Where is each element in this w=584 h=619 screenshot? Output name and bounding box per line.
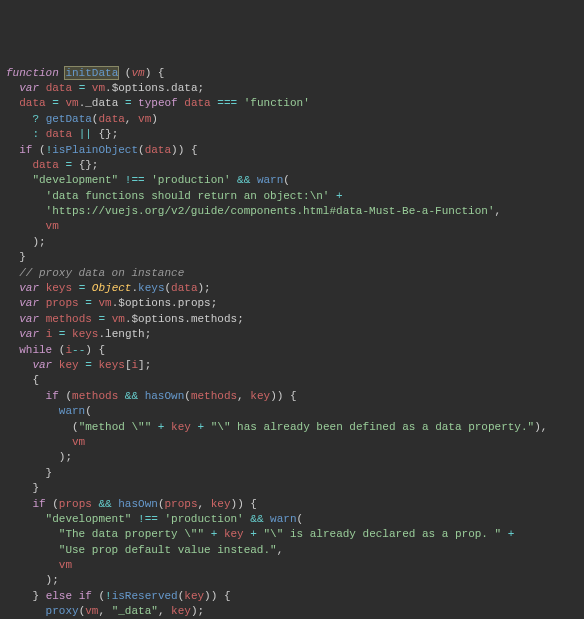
call-warn: warn <box>270 513 296 525</box>
call-isReserved: isReserved <box>112 590 178 602</box>
code-block: function initData (vm) { var data = vm.$… <box>6 66 578 619</box>
call-hasOwn: hasOwn <box>118 498 158 510</box>
call-proxy: proxy <box>46 605 79 617</box>
call-warn: warn <box>59 405 85 417</box>
comment-proxy: // proxy data on instance <box>19 267 184 279</box>
keyword-var: var <box>19 82 39 94</box>
param-vm: vm <box>131 67 144 79</box>
call-warn: warn <box>257 174 283 186</box>
keyword-function: function <box>6 67 59 79</box>
function-name-initData: initData <box>65 67 118 79</box>
call-getData: getData <box>46 113 92 125</box>
var-data: data <box>46 82 72 94</box>
call-hasOwn: hasOwn <box>145 390 185 402</box>
call-isPlainObject: isPlainObject <box>52 144 138 156</box>
